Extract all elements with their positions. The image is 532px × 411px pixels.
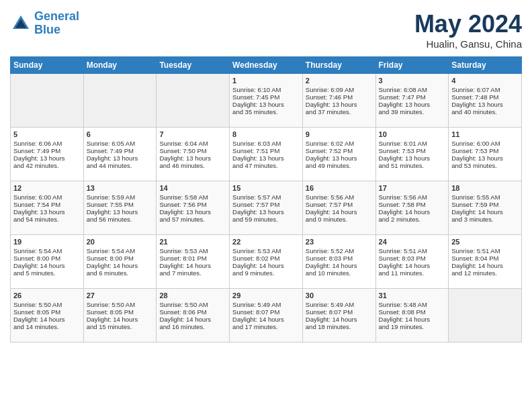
calendar-week-1: 1Sunrise: 6:10 AMSunset: 7:45 PMDaylight…	[11, 74, 522, 128]
day-number: 31	[379, 291, 446, 300]
calendar-cell: 17Sunrise: 5:56 AMSunset: 7:58 PMDayligh…	[375, 181, 449, 235]
cell-info: Sunrise: 5:56 AM	[379, 193, 446, 201]
calendar-cell: 20Sunrise: 5:54 AMSunset: 8:00 PMDayligh…	[83, 235, 157, 289]
cell-info: Sunset: 7:58 PM	[379, 201, 446, 208]
calendar-cell: 14Sunrise: 5:58 AMSunset: 7:56 PMDayligh…	[157, 181, 230, 235]
day-number: 17	[379, 184, 446, 192]
day-number: 14	[159, 184, 226, 192]
calendar-cell: 3Sunrise: 6:08 AMSunset: 7:47 PMDaylight…	[375, 74, 449, 128]
cell-info: Sunset: 8:00 PM	[13, 255, 81, 262]
cell-info: Daylight: 13 hours	[306, 154, 373, 162]
cell-info: Sunset: 8:00 PM	[87, 255, 154, 262]
calendar-cell: 16Sunrise: 5:56 AMSunset: 7:57 PMDayligh…	[302, 181, 375, 235]
cell-info: Sunrise: 5:51 AM	[379, 247, 446, 255]
cell-info: Daylight: 14 hours	[379, 262, 446, 269]
cell-info: and 16 minutes.	[159, 323, 226, 330]
logo-text: General Blue	[34, 10, 79, 37]
cell-info: and 17 minutes.	[232, 323, 300, 330]
calendar-cell: 25Sunrise: 5:51 AMSunset: 8:04 PMDayligh…	[449, 235, 522, 289]
cell-info: and 0 minutes.	[306, 216, 373, 223]
location-subtitle: Hualin, Gansu, China	[414, 38, 522, 50]
cell-info: and 51 minutes.	[379, 162, 446, 169]
cell-info: Sunset: 8:03 PM	[306, 255, 373, 262]
cell-info: Sunrise: 5:54 AM	[87, 247, 154, 255]
cell-info: Sunset: 7:47 PM	[379, 93, 446, 101]
calendar-cell: 15Sunrise: 5:57 AMSunset: 7:57 PMDayligh…	[230, 181, 303, 235]
day-number: 18	[451, 184, 519, 192]
day-number: 4	[451, 77, 519, 85]
cell-info: Sunset: 8:05 PM	[87, 308, 154, 316]
day-number: 28	[159, 291, 226, 300]
cell-info: Daylight: 13 hours	[451, 101, 519, 108]
cell-info: Sunrise: 6:00 AM	[451, 140, 519, 147]
calendar-cell: 19Sunrise: 5:54 AMSunset: 8:00 PMDayligh…	[11, 235, 84, 289]
day-number: 29	[232, 291, 300, 300]
day-number: 26	[13, 291, 81, 300]
calendar-cell: 28Sunrise: 5:50 AMSunset: 8:06 PMDayligh…	[157, 289, 230, 342]
cell-info: and 19 minutes.	[379, 323, 446, 330]
cell-info: Sunrise: 5:58 AM	[159, 193, 226, 201]
cell-info: Daylight: 14 hours	[13, 316, 81, 323]
cell-info: Sunrise: 5:59 AM	[87, 193, 154, 201]
calendar-cell	[83, 74, 157, 128]
day-number: 1	[232, 77, 300, 85]
cell-info: Sunrise: 6:05 AM	[87, 140, 154, 147]
cell-info: Daylight: 14 hours	[87, 316, 154, 323]
cell-info: and 14 minutes.	[13, 323, 81, 330]
cell-info: Daylight: 13 hours	[451, 154, 519, 162]
cell-info: Daylight: 14 hours	[451, 208, 519, 216]
cell-info: Sunrise: 5:54 AM	[13, 247, 81, 255]
cell-info: Sunset: 7:57 PM	[306, 201, 373, 208]
cell-info: Daylight: 14 hours	[232, 262, 300, 269]
cell-info: Sunset: 7:59 PM	[451, 201, 519, 208]
cell-info: Sunset: 7:49 PM	[13, 147, 81, 154]
cell-info: Sunrise: 5:53 AM	[159, 247, 226, 255]
cell-info: Daylight: 13 hours	[87, 154, 154, 162]
cell-info: Sunset: 7:50 PM	[159, 147, 226, 154]
cell-info: Sunrise: 5:57 AM	[232, 193, 300, 201]
cell-info: Daylight: 14 hours	[306, 208, 373, 216]
calendar-cell: 22Sunrise: 5:53 AMSunset: 8:02 PMDayligh…	[230, 235, 303, 289]
cell-info: Sunrise: 5:53 AM	[232, 247, 300, 255]
calendar-header-row: SundayMondayTuesdayWednesdayThursdayFrid…	[11, 57, 522, 74]
cell-info: Daylight: 14 hours	[13, 262, 81, 269]
header-tuesday: Tuesday	[157, 57, 230, 74]
cell-info: and 3 minutes.	[451, 216, 519, 223]
cell-info: and 37 minutes.	[306, 108, 373, 116]
cell-info: Sunset: 7:53 PM	[451, 147, 519, 154]
cell-info: and 11 minutes.	[379, 269, 446, 277]
cell-info: Daylight: 14 hours	[159, 262, 226, 269]
cell-info: Sunset: 8:07 PM	[232, 308, 300, 316]
cell-info: and 46 minutes.	[159, 162, 226, 169]
calendar-cell	[449, 289, 522, 342]
calendar-cell: 30Sunrise: 5:49 AMSunset: 8:07 PMDayligh…	[302, 289, 375, 342]
cell-info: Sunrise: 5:49 AM	[232, 301, 300, 308]
cell-info: Sunrise: 6:02 AM	[306, 140, 373, 147]
calendar-cell: 5Sunrise: 6:06 AMSunset: 7:49 PMDaylight…	[11, 128, 84, 181]
calendar-cell: 26Sunrise: 5:50 AMSunset: 8:05 PMDayligh…	[11, 289, 84, 342]
calendar-cell: 29Sunrise: 5:49 AMSunset: 8:07 PMDayligh…	[230, 289, 303, 342]
header-friday: Friday	[375, 57, 449, 74]
cell-info: Daylight: 13 hours	[159, 154, 226, 162]
calendar-cell: 31Sunrise: 5:48 AMSunset: 8:08 PMDayligh…	[375, 289, 449, 342]
cell-info: and 59 minutes.	[232, 216, 300, 223]
calendar-cell: 2Sunrise: 6:09 AMSunset: 7:46 PMDaylight…	[302, 74, 375, 128]
cell-info: Sunset: 7:45 PM	[232, 93, 300, 101]
day-number: 3	[379, 77, 446, 85]
day-number: 25	[451, 238, 519, 246]
calendar-week-2: 5Sunrise: 6:06 AMSunset: 7:49 PMDaylight…	[11, 128, 522, 181]
cell-info: Daylight: 14 hours	[232, 316, 300, 323]
day-number: 2	[306, 77, 373, 85]
cell-info: Daylight: 14 hours	[379, 316, 446, 323]
cell-info: Sunrise: 6:03 AM	[232, 140, 300, 147]
header-thursday: Thursday	[302, 57, 375, 74]
cell-info: Sunset: 7:53 PM	[379, 147, 446, 154]
cell-info: and 9 minutes.	[232, 269, 300, 277]
day-number: 16	[306, 184, 373, 192]
cell-info: Daylight: 14 hours	[87, 262, 154, 269]
calendar-cell: 4Sunrise: 6:07 AMSunset: 7:48 PMDaylight…	[449, 74, 522, 128]
cell-info: Sunset: 8:06 PM	[159, 308, 226, 316]
cell-info: Sunset: 8:03 PM	[379, 255, 446, 262]
cell-info: and 42 minutes.	[13, 162, 81, 169]
day-number: 6	[87, 130, 154, 138]
